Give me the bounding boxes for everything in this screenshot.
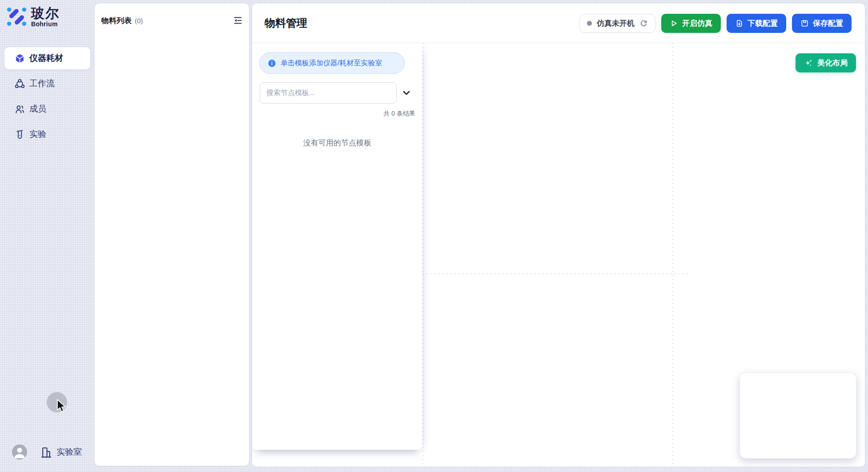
brand-name: 玻尔 — [31, 6, 60, 20]
sidebar-item-lab[interactable]: 实验室 — [40, 446, 82, 458]
lab-label: 实验室 — [56, 446, 82, 458]
play-icon — [670, 19, 678, 28]
lab-building-icon — [40, 446, 52, 458]
sidebar-item-label: 实验 — [29, 128, 46, 140]
material-list-count: (0) — [135, 17, 143, 24]
sidebar-item-label: 仪器耗材 — [29, 52, 63, 64]
sidebar-nav: 仪器耗材 工作流 成员 — [4, 47, 90, 148]
download-config-button[interactable]: 下载配置 — [727, 14, 786, 33]
status-dot — [587, 21, 592, 26]
results-count: 共 0 条结果 — [383, 110, 415, 118]
cube-icon — [15, 53, 25, 64]
workflow-icon — [15, 79, 25, 89]
info-icon — [268, 59, 276, 68]
file-download-icon — [735, 19, 743, 28]
beautify-layout-button[interactable]: 美化布局 — [796, 53, 856, 72]
page-title: 物料管理 — [265, 16, 307, 30]
material-list-title: 物料列表(0) — [101, 16, 143, 26]
members-icon — [15, 104, 25, 114]
canvas-gridline — [422, 273, 688, 274]
save-icon — [800, 19, 809, 28]
main-header: 物料管理 仿真未开机 开启仿真 — [252, 4, 865, 43]
status-label: 仿真未开机 — [597, 18, 635, 28]
template-search-row — [260, 82, 415, 104]
brand-subtitle: Bohrium — [31, 20, 60, 28]
bohrium-logo-icon — [6, 6, 28, 28]
sidebar-item-workflow[interactable]: 工作流 — [4, 72, 90, 95]
avatar[interactable] — [12, 444, 27, 460]
template-hint-banner: 单击模板添加仪器/耗材至实验室 — [259, 52, 405, 74]
canvas-gridline — [422, 43, 423, 467]
sidebar-item-instruments[interactable]: 仪器耗材 — [4, 47, 90, 69]
material-list-panel: 物料列表(0) — [95, 4, 249, 466]
collapse-panel-icon[interactable] — [233, 16, 243, 25]
refresh-icon[interactable] — [639, 19, 648, 28]
expand-filters-button[interactable] — [402, 89, 411, 97]
experiment-icon — [15, 129, 25, 140]
sidebar-item-members[interactable]: 成员 — [4, 98, 90, 120]
minimap[interactable] — [739, 372, 856, 459]
main-panel: 物料管理 仿真未开机 开启仿真 — [252, 4, 865, 467]
header-actions: 仿真未开机 开启仿真 — [579, 14, 852, 33]
save-config-button[interactable]: 保存配置 — [792, 14, 852, 33]
empty-templates-text: 没有可用的节点模板 — [252, 138, 422, 148]
material-list-header: 物料列表(0) — [95, 4, 249, 37]
simulation-status-pill: 仿真未开机 — [579, 14, 655, 33]
sidebar-item-label: 工作流 — [29, 78, 55, 89]
chevron-down-icon — [402, 89, 411, 97]
flow-canvas[interactable]: 单击模板添加仪器/耗材至实验室 共 0 条结果 没有可用的节点模板 — [252, 43, 865, 467]
sidebar-item-label: 成员 — [29, 103, 46, 115]
template-panel: 单击模板添加仪器/耗材至实验室 共 0 条结果 没有可用的节点模板 — [252, 43, 422, 450]
start-simulation-button[interactable]: 开启仿真 — [661, 14, 721, 33]
mouse-cursor — [55, 399, 67, 414]
sidebar-item-experiment[interactable]: 实验 — [4, 123, 90, 145]
brand: 玻尔 Bohrium — [6, 6, 60, 28]
sparkles-icon — [804, 58, 813, 68]
canvas-gridline — [672, 43, 673, 467]
template-hint-text: 单击模板添加仪器/耗材至实验室 — [281, 59, 382, 68]
search-input[interactable] — [260, 82, 397, 104]
sidebar-footer: 实验室 — [0, 443, 95, 461]
